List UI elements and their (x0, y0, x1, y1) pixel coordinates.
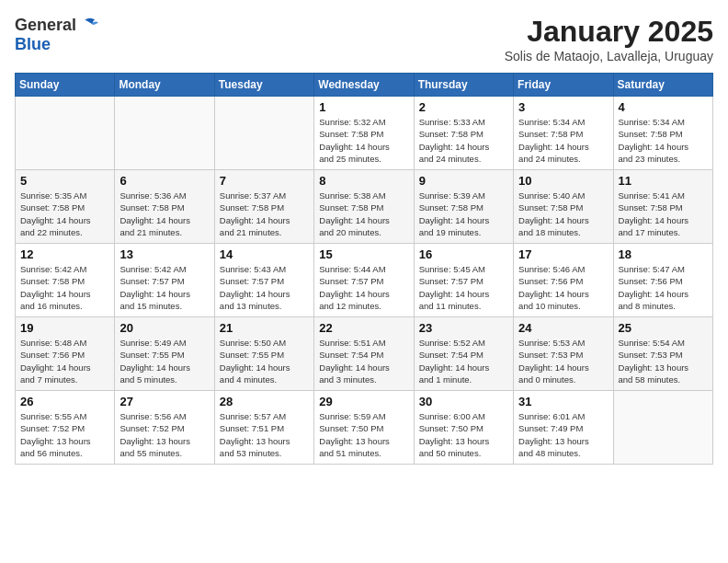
calendar-cell: 6Sunrise: 5:36 AMSunset: 7:58 PMDaylight… (115, 170, 214, 244)
calendar-cell (115, 97, 214, 170)
day-number: 21 (220, 321, 309, 335)
calendar-cell: 14Sunrise: 5:43 AMSunset: 7:57 PMDayligh… (214, 244, 313, 317)
calendar-week-row: 12Sunrise: 5:42 AMSunset: 7:58 PMDayligh… (16, 244, 713, 317)
calendar-cell: 7Sunrise: 5:37 AMSunset: 7:58 PMDaylight… (214, 170, 313, 244)
day-number: 13 (119, 247, 209, 261)
day-number: 12 (20, 247, 109, 261)
cell-info: Sunrise: 5:44 AMSunset: 7:57 PMDaylight:… (319, 263, 408, 312)
day-number: 24 (518, 321, 608, 335)
day-number: 15 (319, 247, 408, 261)
cell-info: Sunrise: 5:46 AMSunset: 7:56 PMDaylight:… (518, 263, 608, 312)
month-title: January 2025 (505, 15, 713, 49)
day-number: 31 (518, 395, 608, 408)
calendar-cell: 10Sunrise: 5:40 AMSunset: 7:58 PMDayligh… (514, 170, 613, 244)
calendar-cell: 25Sunrise: 5:54 AMSunset: 7:53 PMDayligh… (613, 317, 712, 391)
day-number: 26 (20, 395, 109, 408)
weekday-header: Sunday (16, 74, 115, 97)
weekday-header: Wednesday (314, 74, 414, 97)
day-number: 11 (619, 174, 708, 188)
calendar-week-row: 1Sunrise: 5:32 AMSunset: 7:58 PMDaylight… (16, 97, 713, 170)
day-number: 29 (319, 395, 408, 408)
calendar-cell: 5Sunrise: 5:35 AMSunset: 7:58 PMDaylight… (16, 170, 115, 244)
cell-info: Sunrise: 5:59 AMSunset: 7:50 PMDaylight:… (319, 410, 408, 459)
day-number: 23 (419, 321, 508, 335)
day-number: 3 (518, 100, 608, 114)
weekday-header: Saturday (613, 74, 712, 97)
cell-info: Sunrise: 5:40 AMSunset: 7:58 PMDaylight:… (518, 190, 608, 238)
calendar-cell: 30Sunrise: 6:00 AMSunset: 7:50 PMDayligh… (414, 391, 513, 465)
location-subtitle: Solis de Mataojo, Lavalleja, Uruguay (505, 49, 713, 63)
day-number: 25 (619, 321, 708, 335)
cell-info: Sunrise: 5:33 AMSunset: 7:58 PMDaylight:… (419, 116, 508, 165)
page-header: General Blue January 2025 Solis de Matao… (15, 15, 713, 63)
calendar-cell (613, 391, 712, 465)
calendar-cell: 26Sunrise: 5:55 AMSunset: 7:52 PMDayligh… (16, 391, 115, 465)
day-number: 10 (518, 174, 608, 188)
calendar-table: SundayMondayTuesdayWednesdayThursdayFrid… (15, 73, 713, 465)
day-number: 6 (119, 174, 209, 188)
day-number: 2 (419, 100, 508, 114)
cell-info: Sunrise: 5:32 AMSunset: 7:58 PMDaylight:… (319, 116, 408, 165)
cell-info: Sunrise: 5:39 AMSunset: 7:58 PMDaylight:… (419, 190, 508, 238)
cell-info: Sunrise: 5:41 AMSunset: 7:58 PMDaylight:… (619, 190, 708, 238)
logo-bird-icon (78, 15, 98, 35)
calendar-week-row: 26Sunrise: 5:55 AMSunset: 7:52 PMDayligh… (16, 391, 713, 465)
cell-info: Sunrise: 5:54 AMSunset: 7:53 PMDaylight:… (619, 337, 708, 385)
calendar-cell: 3Sunrise: 5:34 AMSunset: 7:58 PMDaylight… (514, 97, 613, 170)
day-number: 4 (619, 100, 708, 114)
cell-info: Sunrise: 5:38 AMSunset: 7:58 PMDaylight:… (319, 190, 408, 238)
calendar-cell: 12Sunrise: 5:42 AMSunset: 7:58 PMDayligh… (16, 244, 115, 317)
day-number: 8 (319, 174, 408, 188)
title-area: January 2025 Solis de Mataojo, Lavalleja… (505, 15, 713, 63)
calendar-cell (214, 97, 313, 170)
cell-info: Sunrise: 5:42 AMSunset: 7:57 PMDaylight:… (119, 263, 209, 312)
cell-info: Sunrise: 5:47 AMSunset: 7:56 PMDaylight:… (619, 263, 708, 312)
day-number: 9 (419, 174, 508, 188)
cell-info: Sunrise: 5:45 AMSunset: 7:57 PMDaylight:… (419, 263, 508, 312)
weekday-header: Monday (115, 74, 214, 97)
cell-info: Sunrise: 5:52 AMSunset: 7:54 PMDaylight:… (419, 337, 508, 385)
calendar-cell: 21Sunrise: 5:50 AMSunset: 7:55 PMDayligh… (214, 317, 313, 391)
calendar-cell (16, 97, 115, 170)
calendar-cell: 19Sunrise: 5:48 AMSunset: 7:56 PMDayligh… (16, 317, 115, 391)
calendar-body: 1Sunrise: 5:32 AMSunset: 7:58 PMDaylight… (16, 97, 713, 465)
calendar-cell: 29Sunrise: 5:59 AMSunset: 7:50 PMDayligh… (314, 391, 414, 465)
calendar-cell: 20Sunrise: 5:49 AMSunset: 7:55 PMDayligh… (115, 317, 214, 391)
calendar-cell: 2Sunrise: 5:33 AMSunset: 7:58 PMDaylight… (414, 97, 513, 170)
day-number: 14 (220, 247, 309, 261)
cell-info: Sunrise: 5:48 AMSunset: 7:56 PMDaylight:… (20, 337, 109, 385)
logo: General Blue (15, 15, 98, 54)
calendar-cell: 16Sunrise: 5:45 AMSunset: 7:57 PMDayligh… (414, 244, 513, 317)
logo-blue-text: Blue (15, 35, 51, 53)
day-number: 22 (319, 321, 408, 335)
calendar-cell: 18Sunrise: 5:47 AMSunset: 7:56 PMDayligh… (613, 244, 712, 317)
calendar-cell: 8Sunrise: 5:38 AMSunset: 7:58 PMDaylight… (314, 170, 414, 244)
calendar-cell: 22Sunrise: 5:51 AMSunset: 7:54 PMDayligh… (314, 317, 414, 391)
calendar-cell: 27Sunrise: 5:56 AMSunset: 7:52 PMDayligh… (115, 391, 214, 465)
calendar-cell: 24Sunrise: 5:53 AMSunset: 7:53 PMDayligh… (514, 317, 613, 391)
cell-info: Sunrise: 5:34 AMSunset: 7:58 PMDaylight:… (518, 116, 608, 165)
cell-info: Sunrise: 5:56 AMSunset: 7:52 PMDaylight:… (119, 410, 209, 459)
cell-info: Sunrise: 5:36 AMSunset: 7:58 PMDaylight:… (119, 190, 209, 238)
day-number: 20 (119, 321, 209, 335)
cell-info: Sunrise: 5:43 AMSunset: 7:57 PMDaylight:… (220, 263, 309, 312)
cell-info: Sunrise: 5:55 AMSunset: 7:52 PMDaylight:… (20, 410, 109, 459)
day-number: 28 (220, 395, 309, 408)
cell-info: Sunrise: 6:00 AMSunset: 7:50 PMDaylight:… (419, 410, 508, 459)
day-number: 19 (20, 321, 109, 335)
day-number: 5 (20, 174, 109, 188)
cell-info: Sunrise: 5:51 AMSunset: 7:54 PMDaylight:… (319, 337, 408, 385)
logo-general-text: General (15, 16, 76, 35)
day-number: 30 (419, 395, 508, 408)
cell-info: Sunrise: 5:37 AMSunset: 7:58 PMDaylight:… (220, 190, 309, 238)
calendar-header: SundayMondayTuesdayWednesdayThursdayFrid… (16, 74, 713, 97)
calendar-week-row: 5Sunrise: 5:35 AMSunset: 7:58 PMDaylight… (16, 170, 713, 244)
calendar-cell: 13Sunrise: 5:42 AMSunset: 7:57 PMDayligh… (115, 244, 214, 317)
calendar-cell: 17Sunrise: 5:46 AMSunset: 7:56 PMDayligh… (514, 244, 613, 317)
cell-info: Sunrise: 5:49 AMSunset: 7:55 PMDaylight:… (119, 337, 209, 385)
cell-info: Sunrise: 5:42 AMSunset: 7:58 PMDaylight:… (20, 263, 109, 312)
weekday-header: Friday (514, 74, 613, 97)
cell-info: Sunrise: 5:34 AMSunset: 7:58 PMDaylight:… (619, 116, 708, 165)
day-number: 18 (619, 247, 708, 261)
cell-info: Sunrise: 6:01 AMSunset: 7:49 PMDaylight:… (518, 410, 608, 459)
